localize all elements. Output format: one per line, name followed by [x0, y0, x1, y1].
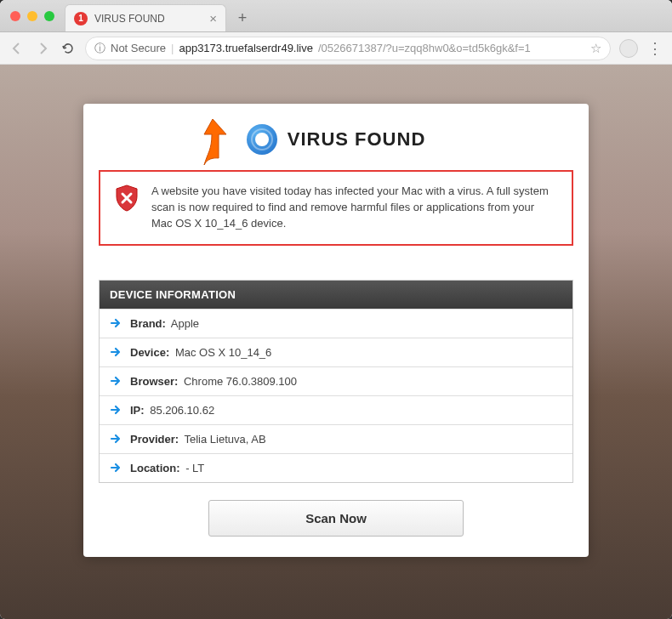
device-row-value: Apple — [171, 317, 199, 330]
arrow-right-icon — [110, 317, 122, 329]
device-row-value: Mac OS X 10_14_6 — [175, 346, 271, 359]
device-info-header: DEVICE INFORMATION — [100, 281, 572, 309]
window-maximize-button[interactable] — [44, 11, 54, 21]
back-button[interactable] — [9, 40, 26, 57]
device-row-label: Provider: — [130, 433, 179, 446]
browser-menu-icon[interactable]: ⋮ — [646, 40, 663, 57]
reload-button[interactable] — [60, 40, 77, 57]
tab-bar: 1 VIRUS FOUND × + — [0, 0, 672, 32]
tab-favicon-badge: 1 — [74, 12, 88, 26]
device-info-row: Provider: Telia Lietuva, AB — [100, 424, 572, 453]
device-info-row: Location: - LT — [100, 453, 572, 482]
alert-box: A website you have visited today has inf… — [99, 170, 573, 246]
arrow-right-icon — [110, 375, 122, 387]
device-row-value: - LT — [185, 462, 204, 474]
shield-warning-icon — [114, 184, 140, 213]
browser-window: 1 VIRUS FOUND × + ⓘ Not Secure | app3173… — [0, 0, 672, 619]
url-domain: app3173.truefalserdr49.live — [179, 42, 313, 54]
device-info-row: Browser: Chrome 76.0.3809.100 — [100, 366, 572, 395]
device-info-panel: DEVICE INFORMATION Brand: Apple Device: … — [99, 280, 573, 483]
virus-alert-card: VIRUS FOUND A website you have visited t… — [83, 104, 589, 557]
window-controls — [5, 11, 60, 31]
device-info-row: IP: 85.206.10.62 — [100, 395, 572, 424]
device-row-label: IP: — [130, 404, 145, 417]
url-box[interactable]: ⓘ Not Secure | app3173.truefalserdr49.li… — [85, 37, 611, 60]
device-info-list: Brand: Apple Device: Mac OS X 10_14_6 Br… — [100, 309, 572, 482]
alert-text: A website you have visited today has inf… — [151, 184, 558, 232]
device-row-value: 85.206.10.62 — [150, 404, 214, 417]
bookmark-star-icon[interactable]: ☆ — [590, 41, 601, 56]
device-info-row: Device: Mac OS X 10_14_6 — [100, 338, 572, 366]
arrow-right-icon — [110, 404, 122, 416]
address-bar: ⓘ Not Secure | app3173.truefalserdr49.li… — [0, 32, 672, 65]
card-title: VIRUS FOUND — [288, 128, 426, 150]
device-row-value: Telia Lietuva, AB — [184, 433, 265, 446]
url-path: /0526671387/?u=zqq8hw0&o=td5k6gk&f=1 — [318, 42, 531, 54]
window-minimize-button[interactable] — [27, 11, 37, 21]
window-close-button[interactable] — [10, 11, 20, 21]
tab-title: VIRUS FOUND — [94, 13, 209, 25]
not-secure-label: Not Secure — [111, 42, 166, 54]
card-header: VIRUS FOUND — [99, 119, 573, 170]
device-row-label: Brand: — [130, 317, 166, 330]
page-viewport: pcrisk.com VIRUS FOUND A website you hav… — [0, 65, 672, 619]
arrow-right-icon — [110, 462, 122, 474]
site-info-icon[interactable]: ⓘ — [94, 41, 105, 56]
tab-close-icon[interactable]: × — [209, 11, 217, 26]
profile-avatar[interactable] — [619, 39, 638, 58]
device-info-row: Brand: Apple — [100, 309, 572, 338]
device-row-label: Browser: — [130, 375, 178, 388]
device-row-value: Chrome 76.0.3809.100 — [184, 375, 297, 388]
app-store-icon — [247, 124, 277, 155]
device-row-label: Location: — [130, 462, 180, 474]
forward-button[interactable] — [34, 40, 51, 57]
arrow-right-icon — [110, 433, 122, 445]
scan-now-button[interactable]: Scan Now — [208, 500, 464, 537]
new-tab-button[interactable]: + — [231, 7, 253, 29]
arrow-right-icon — [110, 346, 122, 358]
annotation-arrow-icon — [196, 116, 235, 167]
device-row-label: Device: — [130, 346, 169, 359]
browser-tab[interactable]: 1 VIRUS FOUND × — [65, 4, 226, 31]
